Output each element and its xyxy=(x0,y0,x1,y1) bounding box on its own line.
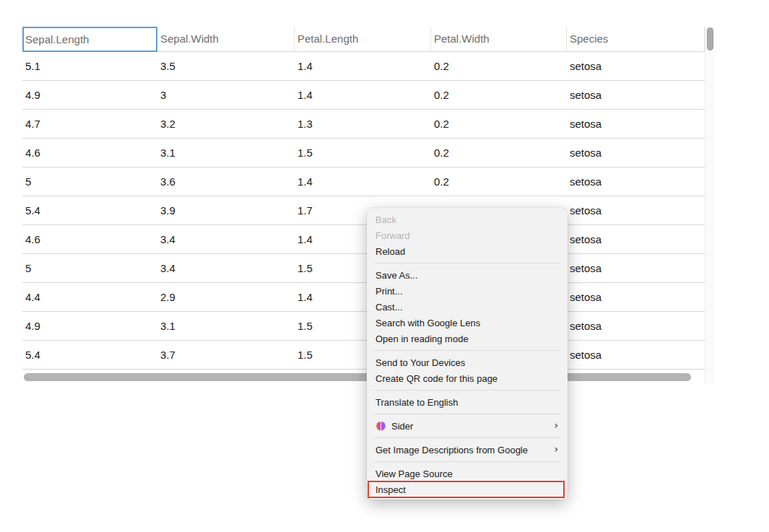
menu-item-label: Inspect xyxy=(375,484,406,495)
menu-item-cast[interactable]: Cast... xyxy=(367,299,568,315)
table-row: 5.13.51.40.2setosa xyxy=(22,52,705,81)
table-cell: 3.7 xyxy=(157,341,295,369)
menu-item-open-in-reading-mode[interactable]: Open in reading mode xyxy=(367,331,568,346)
column-header-species[interactable]: Species xyxy=(567,27,705,52)
menu-item-label: Send to Your Devices xyxy=(375,357,465,368)
menu-separator xyxy=(374,414,560,414)
table-cell: 0.2 xyxy=(431,139,567,167)
table-row: 4.931.40.2setosa xyxy=(22,81,705,110)
menu-item-label: Translate to English xyxy=(375,397,458,408)
table-cell: 5.4 xyxy=(22,341,157,369)
menu-item-label: Save As... xyxy=(375,270,418,281)
menu-item-translate-to-english[interactable]: Translate to English xyxy=(367,394,568,410)
table-cell: setosa xyxy=(567,52,705,80)
menu-item-label: Sider xyxy=(391,421,413,432)
menu-item-print[interactable]: Print... xyxy=(367,283,568,299)
menu-item-send-to-your-devices[interactable]: Send to Your Devices xyxy=(367,354,568,370)
menu-item-back: Back xyxy=(367,212,568,227)
table-cell: 0.2 xyxy=(431,110,567,138)
menu-item-label: Create QR code for this page xyxy=(375,373,498,384)
table-cell: setosa xyxy=(567,81,705,109)
menu-item-label: Get Image Descriptions from Google xyxy=(375,445,528,455)
menu-item-label: Cast... xyxy=(375,302,403,313)
menu-separator xyxy=(374,461,560,462)
table-cell: 4.9 xyxy=(22,312,157,340)
table-cell: 0.2 xyxy=(431,52,567,80)
menu-item-sider[interactable]: Sider› xyxy=(367,418,568,434)
menu-item-label: Reload xyxy=(375,246,405,257)
menu-item-forward: Forward xyxy=(367,227,568,243)
menu-item-search-with-google-lens[interactable]: Search with Google Lens xyxy=(367,315,568,331)
column-header-petal-length[interactable]: Petal.Length xyxy=(295,27,431,52)
table-row: 4.63.41.4setosa xyxy=(22,225,705,254)
table-cell: 3.1 xyxy=(157,312,295,340)
vertical-scrollbar[interactable] xyxy=(705,27,715,384)
menu-separator xyxy=(374,350,560,351)
table-cell: 3.6 xyxy=(157,167,295,196)
table-cell: 4.4 xyxy=(22,283,157,311)
table-row: 4.73.21.30.2setosa xyxy=(22,110,705,139)
menu-item-save-as[interactable]: Save As... xyxy=(367,267,568,283)
column-header-sepal-width[interactable]: Sepal.Width xyxy=(157,27,295,52)
horizontal-scrollbar-thumb[interactable] xyxy=(24,373,691,381)
sider-brain-icon xyxy=(375,421,386,432)
table-cell: 0.2 xyxy=(431,81,567,109)
table-row: 4.93.11.5setosa xyxy=(22,312,705,341)
table-cell: 4.6 xyxy=(22,139,157,167)
table-row: 5.43.71.5setosa xyxy=(22,341,705,370)
menu-item-get-image-descriptions-from-google[interactable]: Get Image Descriptions from Google› xyxy=(367,442,568,458)
table-cell: 3.1 xyxy=(157,139,295,167)
vertical-scrollbar-thumb[interactable] xyxy=(707,27,713,51)
table-cell: 3 xyxy=(157,81,295,109)
table-cell: 3.2 xyxy=(157,110,295,138)
table-cell: setosa xyxy=(567,139,705,167)
table-row: 53.61.40.2setosa xyxy=(22,167,705,196)
table-cell: 3.9 xyxy=(157,196,295,224)
table-cell: 5 xyxy=(22,167,157,196)
menu-separator xyxy=(374,390,560,391)
menu-separator xyxy=(374,263,560,263)
horizontal-scrollbar[interactable] xyxy=(22,370,705,384)
table-cell: 2.9 xyxy=(157,283,295,311)
column-header-sepal-length[interactable]: Sepal.Length xyxy=(22,27,157,52)
table-cell: setosa xyxy=(567,196,705,224)
table-cell: 1.4 xyxy=(295,52,431,80)
table-cell: setosa xyxy=(567,283,705,311)
table-cell: 5.1 xyxy=(22,52,157,80)
context-menu: BackForwardReloadSave As...Print...Cast.… xyxy=(367,208,568,500)
table-cell: 3.4 xyxy=(157,225,295,253)
menu-separator xyxy=(374,437,560,438)
table-header-row: Sepal.LengthSepal.WidthPetal.LengthPetal… xyxy=(22,27,705,52)
table-cell: 4.9 xyxy=(22,81,157,109)
menu-item-label: Search with Google Lens xyxy=(375,318,480,328)
table-row: 5.43.91.7setosa xyxy=(22,196,705,225)
table-cell: 3.5 xyxy=(157,52,295,80)
menu-item-label: Open in reading mode xyxy=(375,333,469,344)
table-cell: setosa xyxy=(567,225,705,253)
table-cell: 3.4 xyxy=(157,254,295,282)
table-cell: 0.2 xyxy=(431,167,567,196)
table-cell: 4.6 xyxy=(22,225,157,253)
table-cell: setosa xyxy=(567,167,705,196)
table-cell: setosa xyxy=(567,254,705,282)
column-header-petal-width[interactable]: Petal.Width xyxy=(431,27,567,52)
table-row: 4.42.91.4setosa xyxy=(22,283,705,312)
table-cell: 1.4 xyxy=(295,167,431,196)
table-cell: 1.4 xyxy=(295,81,431,109)
table-cell: setosa xyxy=(567,110,705,138)
table-body: 5.13.51.40.2setosa4.931.40.2setosa4.73.2… xyxy=(22,52,705,370)
menu-item-inspect[interactable]: Inspect xyxy=(367,481,568,497)
menu-item-label: View Page Source xyxy=(375,468,453,479)
table-cell: 4.7 xyxy=(22,110,157,138)
menu-item-create-qr-code-for-this-page[interactable]: Create QR code for this page xyxy=(367,370,568,386)
table-row: 4.63.11.50.2setosa xyxy=(22,139,705,167)
submenu-chevron-icon: › xyxy=(554,442,558,458)
menu-item-view-page-source[interactable]: View Page Source xyxy=(367,466,568,481)
menu-item-label: Forward xyxy=(375,230,410,241)
menu-item-reload[interactable]: Reload xyxy=(367,243,568,259)
menu-item-label: Back xyxy=(375,214,396,225)
table-cell: setosa xyxy=(567,341,705,369)
table-row: 53.41.5setosa xyxy=(22,254,705,283)
menu-item-label: Print... xyxy=(375,286,403,297)
table-cell: setosa xyxy=(567,312,705,340)
